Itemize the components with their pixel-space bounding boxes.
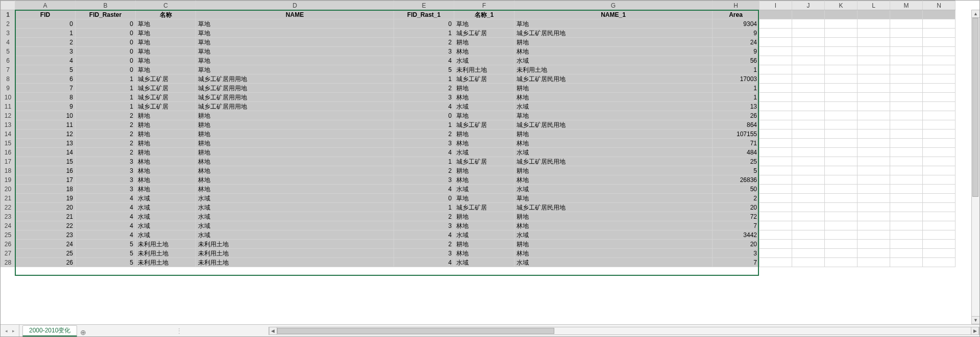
cell-empty[interactable] xyxy=(890,47,923,56)
cell[interactable]: 17003 xyxy=(713,74,760,84)
cell[interactable]: 林地 xyxy=(514,175,713,185)
cell-empty[interactable] xyxy=(760,93,792,102)
cell-empty[interactable] xyxy=(890,139,923,148)
cell-empty[interactable] xyxy=(890,65,923,74)
cell[interactable]: 4 xyxy=(394,230,454,240)
cell[interactable]: 4 xyxy=(76,203,136,212)
cell-empty[interactable] xyxy=(890,129,923,139)
sheet-tab-active[interactable]: 2000-2010变化 xyxy=(22,325,77,336)
tab-nav-next-icon[interactable]: ▸ xyxy=(10,325,17,336)
cell-empty[interactable] xyxy=(890,194,923,203)
cell[interactable]: 2 xyxy=(394,84,454,93)
cell-empty[interactable] xyxy=(923,47,955,56)
cell[interactable]: 草地 xyxy=(454,19,514,29)
cell-empty[interactable] xyxy=(792,10,825,19)
cell-empty[interactable] xyxy=(792,139,825,148)
cell-empty[interactable] xyxy=(890,102,923,111)
cell[interactable]: 1 xyxy=(713,93,760,102)
cell[interactable]: 水域 xyxy=(196,203,394,212)
cell-empty[interactable] xyxy=(825,258,857,267)
row-header[interactable]: 21 xyxy=(1,194,15,203)
cell-empty[interactable] xyxy=(825,38,857,47)
cell[interactable]: 城乡工矿居 xyxy=(454,29,514,38)
cell[interactable]: 3 xyxy=(76,185,136,194)
cell[interactable]: 4 xyxy=(394,258,454,267)
cell-empty[interactable] xyxy=(760,29,792,38)
cell[interactable]: 耕地 xyxy=(136,148,196,157)
cell-empty[interactable] xyxy=(923,129,955,139)
cell[interactable]: 水域 xyxy=(514,56,713,65)
cell[interactable]: 4 xyxy=(394,56,454,65)
cell-empty[interactable] xyxy=(760,175,792,185)
cell-empty[interactable] xyxy=(825,111,857,120)
col-header-L[interactable]: L xyxy=(857,1,890,10)
cell-empty[interactable] xyxy=(923,93,955,102)
col-header-A[interactable]: A xyxy=(15,1,76,10)
col-header-M[interactable]: M xyxy=(890,1,923,10)
cell-empty[interactable] xyxy=(825,93,857,102)
horizontal-scrollbar[interactable]: ◀ ▶ xyxy=(268,325,979,336)
cell-empty[interactable] xyxy=(890,157,923,166)
cell[interactable]: 5 xyxy=(15,65,76,74)
cell-empty[interactable] xyxy=(825,139,857,148)
cell[interactable]: 12 xyxy=(15,129,76,139)
cell[interactable]: 城乡工矿居用用地 xyxy=(196,84,394,93)
vscroll-track[interactable] xyxy=(972,18,979,316)
col-header-F[interactable]: F xyxy=(454,1,514,10)
cell[interactable]: 2 xyxy=(15,38,76,47)
cell[interactable]: 4 xyxy=(394,185,454,194)
cell-empty[interactable] xyxy=(825,129,857,139)
cell-empty[interactable] xyxy=(857,240,890,249)
cell[interactable]: 耕地 xyxy=(454,240,514,249)
cell-empty[interactable] xyxy=(792,249,825,258)
cell-empty[interactable] xyxy=(792,212,825,221)
cell[interactable]: 耕地 xyxy=(136,111,196,120)
cell-empty[interactable] xyxy=(760,221,792,230)
cell[interactable]: 水域 xyxy=(454,230,514,240)
row-header[interactable]: 20 xyxy=(1,185,15,194)
cell[interactable]: 3 xyxy=(713,249,760,258)
cell[interactable]: 林地 xyxy=(196,166,394,175)
grid-row[interactable]: 22204水域水域1城乡工矿居城乡工矿居民用地20 xyxy=(1,203,955,212)
row-header[interactable]: 11 xyxy=(1,102,15,111)
grid-row[interactable]: 1081城乡工矿居城乡工矿居用用地3林地林地1 xyxy=(1,93,955,102)
row-header[interactable]: 8 xyxy=(1,74,15,84)
cell[interactable]: 耕地 xyxy=(454,38,514,47)
cell[interactable]: 耕地 xyxy=(514,84,713,93)
cell[interactable]: 3 xyxy=(76,166,136,175)
grid-row[interactable]: 12102耕地耕地0草地草地26 xyxy=(1,111,955,120)
hscroll-track[interactable] xyxy=(277,327,971,334)
cell[interactable]: 3442 xyxy=(713,230,760,240)
cell-empty[interactable] xyxy=(825,166,857,175)
cell-empty[interactable] xyxy=(792,93,825,102)
row-header[interactable]: 5 xyxy=(1,47,15,56)
cell-empty[interactable] xyxy=(890,148,923,157)
cell-empty[interactable] xyxy=(857,93,890,102)
cell-empty[interactable] xyxy=(890,212,923,221)
cell[interactable]: 1 xyxy=(713,84,760,93)
col-header-E[interactable]: E xyxy=(394,1,454,10)
cell[interactable]: 4 xyxy=(394,102,454,111)
cell[interactable]: 1 xyxy=(394,29,454,38)
vertical-scrollbar[interactable]: ▲ ▼ xyxy=(971,10,979,324)
cell[interactable]: 4 xyxy=(76,221,136,230)
cell[interactable]: 城乡工矿居民用地 xyxy=(514,74,713,84)
cell[interactable]: 城乡工矿居民用地 xyxy=(514,120,713,129)
cell-empty[interactable] xyxy=(890,240,923,249)
cell[interactable]: 0 xyxy=(76,29,136,38)
cell-empty[interactable] xyxy=(825,157,857,166)
cell[interactable]: 未利用土地 xyxy=(136,258,196,267)
cell-empty[interactable] xyxy=(792,148,825,157)
cell[interactable]: 城乡工矿居 xyxy=(454,157,514,166)
cell-empty[interactable] xyxy=(923,240,955,249)
cell-empty[interactable] xyxy=(890,29,923,38)
cell-empty[interactable] xyxy=(825,102,857,111)
cell[interactable]: 26 xyxy=(15,258,76,267)
cell[interactable]: 20 xyxy=(713,240,760,249)
cell-empty[interactable] xyxy=(890,120,923,129)
cell[interactable]: 2 xyxy=(713,194,760,203)
cell[interactable]: 水域 xyxy=(454,258,514,267)
cell-empty[interactable] xyxy=(923,148,955,157)
cell-empty[interactable] xyxy=(857,129,890,139)
cell[interactable]: 城乡工矿居用用地 xyxy=(196,102,394,111)
